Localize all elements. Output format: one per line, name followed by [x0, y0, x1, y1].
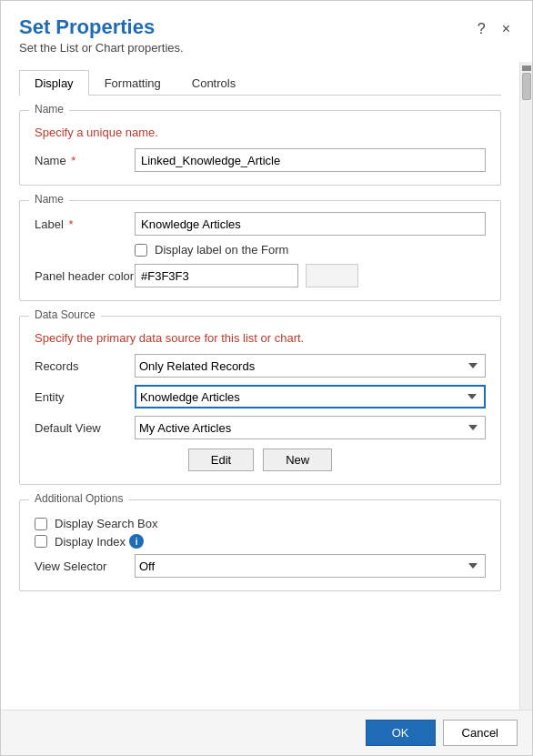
dialog-header: Set Properties Set the List or Chart pro… [1, 1, 532, 62]
default-view-select[interactable]: My Active Articles Active Articles All A… [135, 416, 486, 439]
name-label: Name * [35, 154, 135, 167]
data-source-section: Data Source Specify the primary data sou… [19, 316, 501, 485]
cancel-button[interactable]: Cancel [443, 720, 518, 746]
name-section: Name Specify a unique name. Name * [19, 110, 501, 186]
ok-button[interactable]: OK [366, 720, 436, 746]
records-row: Records Only Related Records All Record … [35, 354, 486, 378]
edit-button[interactable]: Edit [188, 449, 254, 471]
side-scrollbar[interactable] [519, 62, 532, 710]
entity-select[interactable]: Knowledge Articles Cases Contacts [135, 385, 486, 408]
label-row: Label * [35, 212, 486, 236]
view-selector-row: View Selector Off Show All Views Show Se… [35, 554, 486, 578]
entity-row: Entity Knowledge Articles Cases Contacts [35, 385, 486, 408]
additional-options-section: Additional Options Display Search Box Di… [19, 499, 501, 591]
default-view-label: Default View [35, 421, 135, 435]
display-index-info-icon[interactable]: i [129, 534, 144, 549]
close-button[interactable]: × [498, 19, 514, 39]
display-search-box-row: Display Search Box [35, 517, 486, 530]
label-section: Name Label * Display label on the Form P… [19, 200, 501, 301]
display-index-checkbox[interactable] [35, 535, 47, 548]
panel-color-input[interactable] [135, 264, 298, 287]
dialog-body: Display Formatting Controls Name Specify… [1, 62, 519, 710]
records-select[interactable]: Only Related Records All Record Types [135, 354, 486, 378]
dialog-subtitle: Set the List or Chart properties. [19, 41, 184, 55]
view-selector-label: View Selector [35, 559, 135, 573]
name-input[interactable] [135, 148, 486, 172]
tab-controls[interactable]: Controls [176, 70, 251, 96]
records-label: Records [35, 359, 135, 373]
color-preview-swatch [306, 264, 358, 287]
data-source-legend: Data Source [29, 308, 101, 321]
help-button[interactable]: ? [474, 19, 489, 39]
display-search-box-label: Display Search Box [55, 517, 157, 530]
panel-color-label: Panel header color [35, 269, 135, 283]
label-label: Label * [35, 217, 135, 231]
dialog-title: Set Properties [19, 15, 184, 39]
new-button[interactable]: New [263, 449, 332, 471]
name-required-star: * [71, 154, 75, 167]
tab-display[interactable]: Display [19, 70, 89, 96]
label-input[interactable] [135, 212, 486, 236]
name-section-desc: Specify a unique name. [35, 126, 486, 139]
tab-formatting[interactable]: Formatting [89, 70, 176, 96]
display-label-text: Display label on the Form [155, 243, 288, 257]
display-label-checkbox[interactable] [135, 244, 147, 257]
panel-color-row: Panel header color [35, 264, 486, 287]
display-label-row: Display label on the Form [135, 243, 486, 257]
label-section-legend: Name [29, 193, 69, 206]
name-row: Name * [35, 148, 486, 172]
title-block: Set Properties Set the List or Chart pro… [19, 15, 184, 55]
default-view-row: Default View My Active Articles Active A… [35, 416, 486, 439]
additional-options-legend: Additional Options [29, 492, 128, 505]
header-actions: ? × [474, 15, 514, 39]
edit-new-row: Edit New [35, 449, 486, 471]
display-index-label: Display Index [55, 535, 126, 549]
dialog-footer: OK Cancel [1, 710, 532, 755]
tabs-bar: Display Formatting Controls [19, 69, 501, 96]
display-index-row: Display Index i [35, 534, 486, 549]
label-required-star: * [68, 217, 73, 231]
view-selector-select[interactable]: Off Show All Views Show Selected Views [135, 554, 486, 578]
entity-label: Entity [35, 390, 135, 404]
name-section-legend: Name [29, 103, 69, 116]
display-search-box-checkbox[interactable] [35, 518, 47, 530]
scroll-thumb[interactable] [522, 73, 531, 100]
dialog-container: Set Properties Set the List or Chart pro… [0, 0, 533, 756]
data-source-desc: Specify the primary data source for this… [35, 331, 486, 345]
